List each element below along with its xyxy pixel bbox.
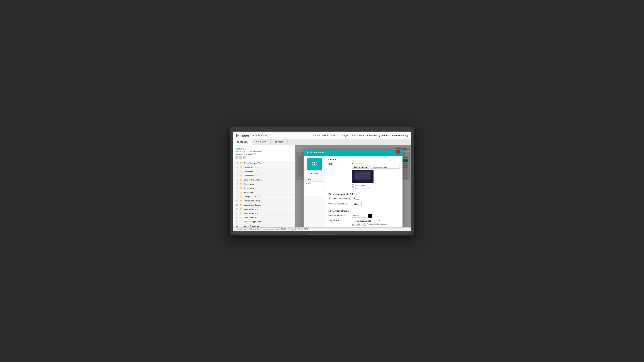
copyright-text: © dimedis GmbH, Köln. Alle Rechte vorbeh… bbox=[236, 228, 308, 230]
vertical-label: Vertikale Ausrichtung bbox=[328, 202, 350, 205]
date-value: 05.08.202... bbox=[248, 153, 258, 155]
preset-form-group: Vorgabeliste -- Freie Farbauswahl -- Ein… bbox=[328, 219, 400, 227]
logo-text: k•mpas bbox=[236, 133, 249, 138]
file-icon: 📄 bbox=[240, 221, 242, 223]
subnav-displays[interactable]: DISPLAYS bbox=[252, 139, 270, 145]
nav-deutsch[interactable]: Deutsch bbox=[331, 134, 339, 137]
note-label: ✎ Notiz bbox=[305, 178, 324, 181]
sidebar-control-3[interactable] bbox=[243, 156, 246, 159]
subnav-rechte[interactable]: RECHTE bbox=[270, 139, 288, 145]
date-label: Startdatum: bbox=[236, 153, 245, 155]
preset-content: -- Freie Farbauswahl -- Eine Farbe aus d… bbox=[352, 219, 400, 227]
list-item[interactable]: 15. 📄 Screen-Gruppe Serv... bbox=[233, 220, 295, 224]
modal-form: Details Bild * Bild hochladen: bbox=[325, 156, 402, 227]
file-select-button[interactable]: Datei auswählen bbox=[352, 165, 369, 169]
nav-profil[interactable]: Profil ändern bbox=[352, 134, 364, 137]
list-item[interactable]: 6. 📁 Region West bbox=[233, 182, 295, 186]
vertical-form-group: Vertikale Ausrichtung Mitte bbox=[328, 202, 400, 206]
logo-area: k•mpas Ausschreibung bbox=[236, 133, 268, 138]
sidebar-control-2[interactable] bbox=[239, 156, 242, 159]
list-item[interactable]: 10. 📁 Marktgruppe Soling... bbox=[233, 199, 295, 203]
image-settings-title: Einstellungen für Bild bbox=[328, 193, 400, 196]
sidebar-control-1[interactable] bbox=[236, 156, 238, 159]
svg-rect-3 bbox=[356, 180, 370, 181]
divider-1 bbox=[328, 191, 400, 191]
delete-image-checkbox[interactable] bbox=[352, 184, 354, 187]
folder-icon: 📁 bbox=[240, 204, 242, 206]
horizontal-select[interactable]: Zentriert bbox=[352, 197, 364, 201]
modal-left-panel: 🖼 01 Grafik ✎ Notiz bbox=[304, 156, 325, 227]
list-item[interactable]: 8. 📁 Region West bbox=[233, 190, 295, 195]
modal-header: Spot bearbeiten × bbox=[304, 149, 402, 156]
folder-icon: 📁 bbox=[240, 170, 242, 173]
sidebar-header: Sendep... Dies ist das ze... Buchungsgru… bbox=[233, 145, 295, 161]
file-icon: 📄 bbox=[240, 225, 242, 227]
horizontal-form-group: Horizontale Ausrichtung Zentriert bbox=[328, 197, 400, 201]
free-color-content bbox=[352, 214, 400, 218]
file-name-display: Keine ausgewählt bbox=[370, 165, 400, 169]
preview-inner bbox=[352, 170, 374, 183]
modal-overlay: Spot bearbeiten × 🖼 01 Gra bbox=[295, 145, 411, 227]
thumbnail-link[interactable]: [Verkleinerte Darstellung] bbox=[352, 187, 400, 189]
preset-select[interactable]: -- Freie Farbauswahl -- bbox=[352, 219, 380, 223]
folder-icon: 📁 bbox=[240, 187, 242, 189]
list-item[interactable]: 14. 📁 Markt Musterstr. 42 bbox=[233, 216, 295, 220]
list-item[interactable]: 1. 📁 Deutschland Alle Pla... bbox=[233, 161, 295, 165]
folder-icon: 📁 bbox=[240, 216, 242, 219]
list-item[interactable]: 12. 📁 Markt Musterstr. 42 bbox=[233, 207, 295, 211]
date-nav-prev[interactable]: ◀ bbox=[246, 153, 247, 155]
folder-icon: 📁 bbox=[240, 208, 242, 210]
folder-icon: 📁 bbox=[240, 179, 242, 181]
image-thumb-icon: 🖼 bbox=[312, 162, 317, 167]
list-item[interactable]: 11. 📁 Marktgruppe Soling... bbox=[233, 203, 295, 207]
list-item[interactable]: 4. 📁 Land Deutschland bbox=[233, 174, 295, 178]
note-section: ✎ Notiz bbox=[305, 178, 324, 197]
laptop-base bbox=[233, 231, 411, 236]
folder-icon: 📁 bbox=[240, 195, 242, 198]
horizontal-label: Horizontale Ausrichtung bbox=[328, 197, 350, 200]
color-swatch[interactable] bbox=[368, 214, 372, 218]
preset-label: Vorgabeliste bbox=[328, 219, 350, 222]
sidebar-title: Sendep... bbox=[236, 147, 292, 150]
list-item[interactable]: 9. 📁 Marktgruppe Muster... bbox=[233, 195, 295, 199]
spot-thumbnail: 🖼 bbox=[307, 158, 322, 170]
note-icon: ✎ bbox=[305, 178, 307, 181]
sidebar-date: Startdatum: ◀ 05.08.202... bbox=[236, 153, 292, 155]
main-area: Sendep... Dies ist das ze... Buchungsgru… bbox=[233, 145, 411, 227]
delete-image-label: Bild löschen bbox=[355, 185, 365, 187]
horizontal-content: Zentriert bbox=[352, 197, 400, 201]
list-item[interactable]: 5. 📁 Deutschland Eingan... bbox=[233, 178, 295, 182]
color-text-input[interactable] bbox=[352, 214, 367, 218]
bild-content: Bild hochladen: Datei auswählen Keine au… bbox=[352, 163, 400, 183]
laptop-trackpad bbox=[307, 232, 337, 235]
list-item[interactable]: 3. 📁 Land Deutschland bbox=[233, 169, 295, 174]
nav-abmelden[interactable]: ABMELDEN (Linda Rossi (dimedis GmbH)) bbox=[367, 134, 408, 137]
modal-close-button[interactable]: × bbox=[396, 150, 400, 154]
list-item[interactable]: 7. 📁 Region West bbox=[233, 186, 295, 190]
nav-english[interactable]: English bbox=[342, 134, 349, 137]
bild-form-group: Bild * Bild hochladen: Datei auswählen K… bbox=[328, 163, 400, 183]
spot-label: 01 Grafik bbox=[310, 172, 318, 174]
list-item[interactable]: 2. 📁 Land Deutschland bbox=[233, 165, 295, 169]
folder-icon: 📁 bbox=[240, 191, 242, 194]
sidebar-subtitle: Dies ist das ze... Buchungsgrupp... bbox=[236, 150, 292, 152]
free-color-label: Freie Farbauswahl bbox=[328, 214, 350, 217]
divider-2 bbox=[328, 208, 400, 208]
nav-ueber-kompas[interactable]: ÜBER KOMPAS bbox=[313, 134, 328, 137]
list-item[interactable]: 13. 📁 Markt Musterstr. 42 bbox=[233, 211, 295, 216]
vertical-select[interactable]: Mitte bbox=[352, 202, 362, 206]
right-panel: Bearbeiten 00:0300:0300:10 01:00:00 bbox=[295, 145, 411, 227]
background-section-title: Hintergrundfarbe bbox=[328, 210, 400, 212]
bild-label: Bild * bbox=[328, 163, 350, 165]
preset-hint: Eine Farbe aus der Vorgabeliste überwieg… bbox=[352, 223, 400, 227]
image-preview bbox=[352, 170, 374, 183]
subnav-planung[interactable]: PLANUNG bbox=[233, 139, 252, 145]
note-textarea[interactable] bbox=[305, 181, 324, 196]
required-marker: * bbox=[332, 163, 333, 165]
list-item[interactable]: 16. 📄 Screen-Gruppe Serv... bbox=[233, 224, 295, 227]
folder-icon: 📁 bbox=[240, 166, 242, 168]
svg-rect-4 bbox=[360, 181, 366, 182]
folder-icon: 📁 bbox=[240, 162, 242, 164]
preview-svg bbox=[353, 170, 373, 183]
camera-dot bbox=[322, 130, 322, 131]
